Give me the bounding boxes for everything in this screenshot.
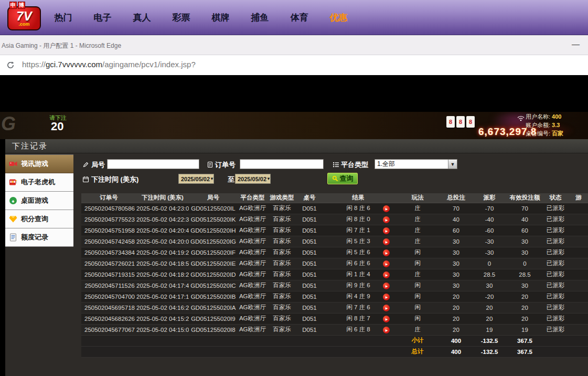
table-cell: 20 (441, 291, 471, 302)
bet-table-wrap: 订单号下注时间 (美东)局号平台类型游戏类型桌号结果玩法总投注派彩有效投注额状态… (81, 193, 588, 358)
player-info: 用户名称:400账户余额:3.3桌台编号:百家 (526, 113, 588, 138)
table-cell: 庄 (394, 203, 441, 214)
play-video-button[interactable]: ▶ (383, 249, 390, 256)
table-cell: AG欧洲厅 (238, 313, 268, 324)
table-cell: 30 (441, 269, 471, 280)
table-cell: 0 (471, 258, 508, 269)
nav-item-live[interactable]: 真人 (122, 12, 162, 24)
table-cell: 已派彩 (542, 236, 569, 247)
table-cell: AG欧洲厅 (238, 269, 268, 280)
minimize-button[interactable]: — (572, 39, 580, 48)
url-host: gci.7vvvvvv.com (46, 60, 102, 69)
info-label: 账户余额: (526, 122, 550, 128)
table-row: 2505020457260212025-05-02 04:18:51GD0512… (81, 258, 588, 269)
bet-records-panel: 下注记录 视讯游戏电子老虎机♠桌面游戏积分查询额度记录 局号 订单号 平台类型 … (5, 139, 588, 376)
sidebar-item-video-games[interactable]: 视讯游戏 (5, 155, 73, 173)
play-video-button[interactable]: ▶ (383, 238, 390, 245)
sidebar-item-label: 桌面游戏 (21, 196, 48, 205)
address-url[interactable]: https://gci.7vvvvvv.com/agingame/pcv1/in… (22, 60, 196, 69)
wifi-icon (517, 114, 525, 123)
table-cell: 已派彩 (542, 291, 569, 302)
table-cell: 已派彩 (542, 280, 569, 291)
table-cell: 20 (441, 324, 471, 335)
bet-countdown: 20 (51, 120, 63, 133)
nav-item-hot[interactable]: 热门 (44, 12, 83, 24)
platform-type-select[interactable]: 1.全部 ▼ (375, 159, 457, 169)
sidebar-item-slots[interactable]: 电子老虎机 (5, 173, 73, 192)
platform-type-label: 平台类型 (341, 160, 368, 170)
table-cell: 小计 (394, 335, 441, 346)
result-text: 闲 7 庄 1 (346, 227, 370, 233)
play-video-button[interactable]: ▶ (383, 216, 390, 223)
table-cell: 250502045780586 (81, 203, 136, 214)
play-video-button[interactable]: ▶ (383, 227, 390, 234)
reload-icon[interactable] (6, 61, 15, 69)
table-row: 2505020457424582025-05-02 04:20:02GD0512… (81, 236, 588, 247)
date-from-select[interactable]: 2025/05/02 ▼ (178, 174, 214, 184)
play-video-button[interactable]: ▶ (383, 316, 390, 322)
nav-item-chess[interactable]: 棋牌 (201, 12, 240, 24)
table-cell (569, 236, 588, 247)
table-cell: 已派彩 (542, 225, 569, 236)
table-row: 2505020457193152025-05-02 04:18:21GD0512… (81, 269, 588, 280)
table-cell: D051 (296, 291, 323, 302)
document-icon (9, 233, 17, 242)
result-text: 闲 7 庄 6 (346, 304, 370, 310)
table-cell: 250502045677067 (81, 324, 136, 335)
table-cell (238, 346, 268, 357)
browser-title-bar: Asia Gaming - 用户配置 1 - Microsoft Edge — (0, 35, 588, 55)
column-header: 局号 (189, 193, 238, 203)
table-cell: 2025-05-02 04:20:47 (136, 225, 189, 236)
round-number-input[interactable] (107, 159, 199, 169)
play-video-button[interactable]: ▶ (383, 294, 390, 300)
play-video-button[interactable]: ▶ (383, 327, 390, 333)
date-to-select[interactable]: 2025/05/02 ▼ (235, 174, 271, 184)
table-cell: 2025-05-02 04:15:29 (136, 313, 189, 324)
table-cell: GD051255020IF (189, 247, 238, 258)
table-cell: 已派彩 (542, 203, 569, 214)
nav-item-promo[interactable]: 优惠 (319, 12, 358, 24)
table-cell: 250502045775523 (81, 214, 136, 225)
site-logo[interactable]: 申 博 7V .com (7, 2, 44, 34)
table-cell: 2025-05-02 04:16:29 (136, 302, 189, 313)
play-video-button[interactable]: ▶ (383, 271, 390, 278)
nav-item-fishing[interactable]: 捕鱼 (240, 12, 280, 24)
url-scheme: https:// (22, 60, 46, 69)
player-info-line: 用户名称:400 (526, 113, 588, 121)
table-cell (542, 335, 569, 346)
search-button[interactable]: 查询 (327, 173, 358, 184)
play-video-button[interactable]: ▶ (383, 305, 390, 311)
table-cell: 20 (441, 313, 471, 324)
play-video-button[interactable]: ▶ (383, 205, 390, 212)
column-header: 游 (569, 193, 588, 203)
nav-item-sports[interactable]: 体育 (280, 12, 319, 24)
table-cell: 2025-05-02 04:18:51 (136, 258, 189, 269)
table-cell: 250502045682626 (81, 313, 136, 324)
play-video-button[interactable]: ▶ (383, 283, 390, 289)
table-cell-result: 闲 7 庄 6▶ (323, 302, 394, 313)
table-cell: AG欧洲厅 (238, 280, 268, 291)
table-row: 2505020456826262025-05-02 04:15:29GD0512… (81, 313, 588, 324)
table-cell: D051 (296, 302, 323, 313)
nav-item-lottery[interactable]: 彩票 (162, 12, 201, 24)
table-cell: 百家乐 (268, 302, 296, 313)
table-cell (569, 203, 588, 214)
sidebar-item-quota-records[interactable]: 额度记录 (5, 228, 73, 247)
table-cell: GD051255020ID (189, 269, 238, 280)
nav-item-electronic[interactable]: 电子 (83, 12, 122, 24)
sidebar: 视讯游戏电子老虎机♠桌面游戏积分查询额度记录 (5, 154, 73, 247)
sidebar-item-table-games[interactable]: ♠桌面游戏 (5, 192, 73, 210)
order-number-input[interactable] (240, 159, 324, 169)
table-cell-result: 闲 9 庄 6▶ (323, 280, 394, 291)
table-cell: 30 (471, 280, 508, 291)
sidebar-item-points-query[interactable]: 积分查询 (5, 210, 73, 228)
platform-type-icon (333, 161, 339, 168)
play-video-button[interactable]: ▶ (383, 260, 390, 267)
table-cell (136, 335, 189, 346)
table-cell: 367.5 (508, 346, 542, 357)
column-header: 总投注 (441, 193, 471, 203)
table-cell: -70 (471, 203, 508, 214)
table-cell: 已派彩 (542, 247, 569, 258)
table-cell: AG欧洲厅 (238, 214, 268, 225)
subtotal-row: 小计400-132.5367.5 (81, 335, 588, 346)
